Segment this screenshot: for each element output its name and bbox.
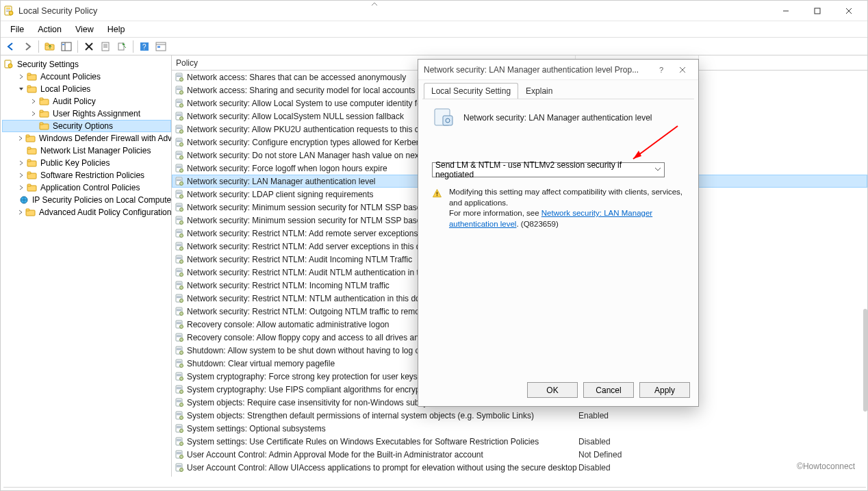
- back-button[interactable]: [3, 39, 18, 54]
- refresh-button[interactable]: [153, 39, 168, 54]
- minimize-button[interactable]: [770, 1, 802, 21]
- svg-point-130: [180, 325, 183, 328]
- expander-icon[interactable]: [17, 184, 25, 192]
- expander-icon[interactable]: [29, 110, 38, 118]
- tree-node[interactable]: Application Control Policies: [2, 181, 171, 194]
- tree-node[interactable]: IP Security Policies on Local Computer: [2, 194, 171, 206]
- list-row[interactable]: User Account Control: Admin Approval Mod…: [172, 448, 867, 461]
- svg-line-181: [633, 126, 678, 159]
- export-list-button[interactable]: [114, 39, 129, 54]
- expander-icon[interactable]: [17, 147, 25, 155]
- window-titlebar: Local Security Policy: [1, 1, 867, 21]
- policy-value: Disabled: [578, 463, 702, 473]
- menu-file[interactable]: File: [3, 23, 31, 36]
- svg-rect-11: [62, 42, 71, 51]
- forward-button[interactable]: [20, 39, 35, 54]
- menu-help[interactable]: Help: [101, 23, 132, 36]
- policy-icon: [175, 346, 184, 355]
- expander-icon[interactable]: [17, 171, 25, 179]
- svg-rect-96: [177, 218, 181, 218]
- policy-icon: [175, 320, 184, 329]
- policy-icon: [175, 255, 184, 264]
- tree-node[interactable]: Software Restriction Policies: [2, 169, 171, 181]
- expander-icon[interactable]: [17, 208, 24, 216]
- list-row[interactable]: System settings: Optional subsystems: [172, 422, 867, 435]
- tree-node[interactable]: Public Key Policies: [2, 157, 171, 169]
- svg-rect-157: [177, 414, 181, 415]
- tree-node[interactable]: Local Policies: [2, 83, 171, 95]
- tree-node-label: Application Control Policies: [40, 183, 140, 192]
- svg-rect-60: [177, 101, 181, 101]
- splitter-handle-icon[interactable]: [370, 1, 379, 7]
- auth-level-combobox[interactable]: Send LM & NTLM - use NTLMv2 session secu…: [432, 162, 665, 177]
- svg-rect-112: [177, 270, 181, 270]
- tree-node[interactable]: Security Options: [2, 120, 171, 132]
- svg-rect-169: [177, 453, 181, 454]
- svg-rect-133: [177, 336, 181, 337]
- svg-rect-84: [177, 179, 181, 179]
- tree-root[interactable]: Security Settings: [2, 58, 171, 71]
- delete-button[interactable]: [81, 39, 97, 54]
- svg-text:?: ?: [142, 43, 146, 51]
- policy-icon: [175, 398, 184, 407]
- policy-icon: [175, 164, 184, 173]
- svg-rect-121: [177, 297, 181, 298]
- window-title: Local Security Policy: [18, 6, 97, 16]
- help-button[interactable]: ?: [137, 39, 152, 54]
- svg-rect-10: [45, 43, 49, 45]
- policy-value: Enabled: [578, 411, 702, 420]
- expander-icon[interactable]: [17, 85, 25, 93]
- svg-point-118: [180, 286, 183, 289]
- tree-node[interactable]: Network List Manager Policies: [2, 144, 171, 157]
- close-button[interactable]: [833, 1, 865, 21]
- tree-node[interactable]: Account Policies: [2, 71, 171, 83]
- toolbar-separator: [77, 40, 78, 53]
- policy-icon: [175, 242, 184, 251]
- tree-node[interactable]: Windows Defender Firewall with Advanced …: [2, 132, 171, 144]
- svg-point-4: [9, 11, 13, 15]
- svg-point-138: [180, 351, 183, 354]
- scrollbar-thumb[interactable]: [863, 309, 867, 412]
- maximize-button[interactable]: [802, 1, 833, 21]
- svg-rect-148: [177, 387, 181, 388]
- list-row[interactable]: System settings: Use Certificate Rules o…: [172, 435, 867, 448]
- tree-node[interactable]: Audit Policy: [2, 95, 171, 108]
- policy-name: User Account Control: Allow UIAccess app…: [187, 463, 578, 473]
- properties-button[interactable]: [98, 39, 113, 54]
- tree-node-label: IP Security Policies on Local Computer: [32, 195, 172, 205]
- list-row[interactable]: User Account Control: Allow UIAccess app…: [172, 461, 867, 474]
- expander-icon[interactable]: [29, 122, 38, 130]
- svg-rect-183: [437, 192, 437, 194]
- tree-pane[interactable]: Security Settings Account PoliciesLocal …: [1, 55, 172, 477]
- svg-rect-52: [177, 75, 181, 75]
- up-button[interactable]: [42, 39, 58, 54]
- show-hide-tree-button[interactable]: [59, 39, 74, 54]
- expander-icon[interactable]: [17, 73, 25, 81]
- tab-local-security-setting[interactable]: Local Security Setting: [424, 83, 518, 99]
- cancel-button[interactable]: Cancel: [583, 382, 634, 398]
- menu-action[interactable]: Action: [31, 23, 68, 36]
- menu-bar: File Action View Help: [1, 21, 867, 38]
- ok-button[interactable]: OK: [527, 382, 578, 398]
- expander-icon[interactable]: [17, 159, 25, 167]
- expander-icon[interactable]: [29, 97, 38, 105]
- folder-icon: [39, 97, 50, 106]
- svg-rect-37: [40, 123, 43, 125]
- apply-button[interactable]: Apply: [639, 382, 690, 398]
- tab-explain[interactable]: Explain: [518, 83, 560, 99]
- dialog-close-button[interactable]: [672, 62, 693, 78]
- svg-rect-129: [177, 323, 181, 324]
- dialog-titlebar[interactable]: Network security: LAN Manager authentica…: [418, 60, 698, 80]
- svg-rect-61: [177, 102, 181, 103]
- tree-node[interactable]: Advanced Audit Policy Configuration: [2, 206, 171, 218]
- expander-icon[interactable]: [17, 134, 24, 142]
- tree-node[interactable]: User Rights Assignment: [2, 108, 171, 120]
- svg-point-70: [180, 129, 183, 133]
- svg-rect-64: [177, 114, 181, 114]
- svg-rect-117: [177, 284, 181, 285]
- svg-rect-156: [177, 413, 181, 414]
- tree-node-label: Public Key Policies: [40, 158, 110, 168]
- dialog-help-button[interactable]: ?: [652, 62, 672, 78]
- menu-view[interactable]: View: [68, 23, 101, 36]
- list-row[interactable]: System objects: Strengthen default permi…: [172, 409, 867, 422]
